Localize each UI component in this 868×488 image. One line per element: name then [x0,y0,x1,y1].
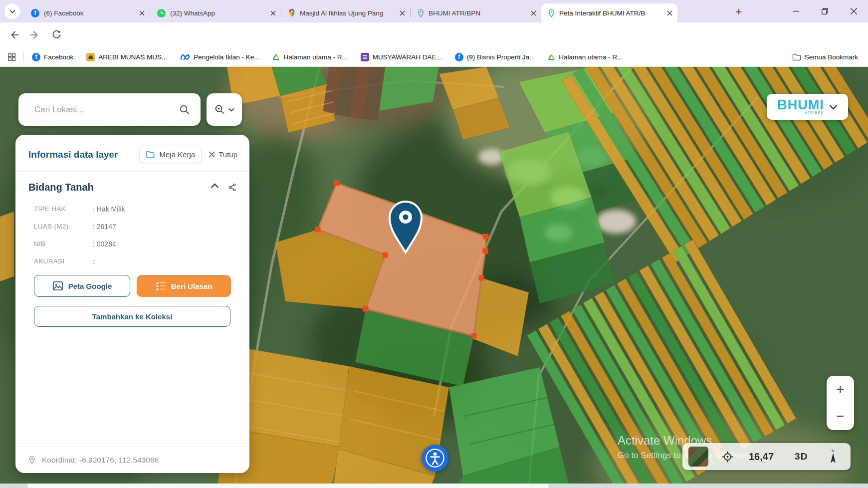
search-input[interactable] [33,104,179,115]
new-tab-button[interactable]: + [731,4,746,19]
tab-close-icon[interactable] [400,10,405,16]
meja-kerja-label: Meja Kerja [159,150,195,159]
bookmarks-divider [23,51,24,62]
coordinate-footer: Koordinat: -6.920176, 112.543066 [15,446,249,473]
bookmark-halaman-utama-1[interactable]: Halaman utama - R... [272,53,347,61]
section-title: Bidang Tanah [28,182,211,193]
tab-close-icon[interactable] [531,10,536,16]
satellite-map[interactable]: Activate Windows Go to Settings to activ… [0,67,868,488]
field-value: : 00284 [93,240,116,248]
tab-peta-interaktif-active[interactable]: Peta Interaktif BHUMI ATR/B [541,3,677,22]
search-tools-card[interactable] [207,93,242,126]
basemap-thumbnail[interactable] [688,447,708,467]
tab-search-button[interactable] [4,3,20,19]
field-value: : [93,257,95,265]
tab-maps[interactable]: Masjid Al Ikhlas Ujung Pang [281,3,410,22]
locate-icon[interactable] [721,451,734,463]
window-close-button[interactable] [839,0,868,22]
peta-google-button[interactable]: Peta Google [34,275,130,297]
browser-window: f (6) Facebook (32) WhatsApp [0,0,868,488]
search-icon[interactable] [179,104,191,116]
tab-title: Peta Interaktif BHUMI ATR/B [559,9,662,17]
compass-icon[interactable]: N [828,448,839,465]
zoom-out-button[interactable]: − [827,403,854,431]
apps-grid-icon[interactable] [7,52,16,62]
field-row: NIB: 00284 [34,240,249,248]
chevron-down-icon [9,9,15,13]
back-button[interactable] [8,29,20,43]
bookmark-musyawarah[interactable]: MUSYAWARAH DAE... [361,53,442,61]
bookmark-label: Pengelola Iklan - Ke... [194,53,259,61]
tambah-koleksi-label: Tambahkan ke Koleksi [92,312,173,321]
zoom-in-button[interactable]: + [827,376,854,403]
chevron-down-icon [228,108,234,112]
collapse-chevron-up-icon[interactable] [211,183,219,189]
field-label: LUAS (M2) [34,223,93,231]
tab-close-icon[interactable] [139,10,145,16]
bookmark-label: Halaman utama - R... [283,53,347,61]
mode-3d-button[interactable]: 3D [795,451,808,462]
chevron-down-icon [829,104,838,110]
bookmark-halaman-utama-2[interactable]: Halaman utama - R... [548,53,623,61]
zoom-controls: + − [827,376,854,430]
reload-button[interactable] [51,29,62,42]
forward-button[interactable] [29,29,41,43]
folder-icon [792,53,801,61]
beri-ulasan-label: Beri Ulasan [171,282,213,290]
tab-strip: f (6) Facebook (32) WhatsApp [0,0,868,22]
tab-bhumi[interactable]: BHUMI ATR/BPN [411,3,541,22]
list-icon [361,53,369,61]
bookmark-facebook[interactable]: f Facebook [32,53,73,61]
house-icon [86,53,95,61]
horizontal-scrollbar[interactable] [0,484,868,488]
close-icon [209,151,215,158]
field-label: AKURASI [34,257,93,265]
meja-kerja-button[interactable]: Meja Kerja [139,146,202,163]
field-value: : 26147 [93,223,116,231]
location-pin-icon [27,456,36,465]
bookmark-label: MUSYAWARAH DAE... [373,53,442,61]
window-restore-button[interactable] [810,0,839,22]
tab-title: Masjid Al Ikhlas Ujung Pang [300,9,395,17]
bhumi-logo-card[interactable]: BHUMI ATR/BPN [767,94,848,120]
google-maps-pin-icon [288,8,295,17]
review-stars-icon [156,281,166,291]
bookmark-arebi[interactable]: AREBI MUNAS MUS... [86,53,167,61]
coordinate-text: Koordinat: -6.920176, 112.543066 [42,456,159,465]
facebook-icon: f [32,53,40,61]
panel-title: Informasi data layer [28,149,132,160]
field-label: TIPE HAK [34,205,93,213]
share-icon[interactable] [228,183,236,192]
bookmark-bisnis-properti[interactable]: f (9) Bisnis Properti Ja... [455,53,535,61]
field-row: TIPE HAK: Hak Milik [34,205,249,213]
tab-facebook[interactable]: f (6) Facebook [24,3,150,22]
field-value: : Hak Milik [93,205,125,213]
tab-whatsapp[interactable]: (32) WhatsApp [150,3,281,22]
all-bookmarks-button[interactable]: Semua Bookmark [792,53,858,61]
tambahkan-ke-koleksi-button[interactable]: Tambahkan ke Koleksi [34,306,230,327]
tab-close-icon[interactable] [270,10,276,16]
zoom-level-value: 16,47 [749,451,774,463]
google-map-image-icon [52,281,63,291]
beri-ulasan-button[interactable]: Beri Ulasan [137,275,231,297]
bookmarks-divider [787,51,787,62]
facebook-icon: f [31,9,39,17]
bookmark-label: AREBI MUNAS MUS... [98,53,167,61]
workspace-folder-icon [146,151,155,158]
tutup-label: Tutup [218,150,237,159]
field-row: AKURASI: [34,257,249,265]
horizontal-scrollbar-thumb[interactable] [27,484,549,488]
field-label: NIB [34,240,93,248]
all-bookmarks-label: Semua Bookmark [805,53,858,61]
tab-close-icon[interactable] [667,10,672,16]
close-panel-button[interactable]: Tutup [209,150,237,159]
bhumi-logo: BHUMI ATR/BPN [777,100,824,114]
bookmark-label: (9) Bisnis Properti Ja... [467,53,535,61]
bookmark-pengelola-iklan[interactable]: Pengelola Iklan - Ke... [180,53,259,61]
search-location-icon [214,104,225,115]
layer-info-panel: Informasi data layer Meja Kerja Tutup Bi… [15,135,249,473]
window-minimize-button[interactable] [781,0,810,22]
location-search-card [18,93,201,126]
accessibility-widget-button[interactable] [422,445,448,472]
bookmarks-bar: f Facebook AREBI MUNAS MUS... Pengelola … [0,47,868,67]
